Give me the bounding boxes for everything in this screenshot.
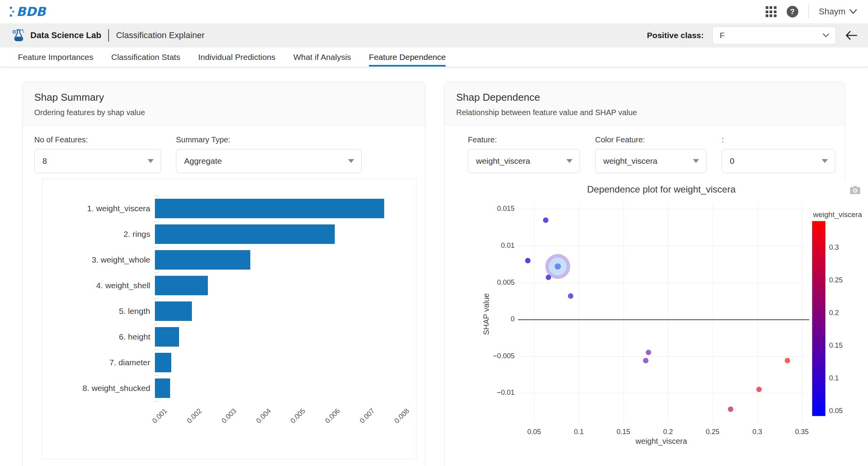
feature-control: Feature: weight_viscera: [468, 135, 580, 173]
bar-rows: 1. weight_viscera2. rings3. weight_whole…: [42, 196, 412, 401]
scatter-point[interactable]: [543, 217, 548, 223]
shap-summary-controls: No of Features: 8 Summary Type: Aggregat…: [23, 125, 425, 173]
feature-select[interactable]: weight_viscera: [468, 149, 580, 173]
x-tick-label: 0.15: [610, 428, 637, 436]
y-tick-label: −0.005: [487, 352, 515, 360]
scatter-point[interactable]: [646, 350, 651, 355]
category-tick-mark: [155, 298, 159, 299]
x-tick-label: 0.002: [185, 407, 204, 425]
index-value: 0: [730, 156, 734, 166]
summary-type-label: Summary Type:: [176, 135, 362, 144]
x-tick-label: 0.25: [699, 428, 726, 436]
scatter-point[interactable]: [728, 406, 733, 412]
caret-down-icon: [566, 159, 573, 163]
positive-class-value: F: [720, 31, 725, 40]
bar-track: [155, 327, 412, 347]
x-tick-label: 0.006: [324, 407, 342, 425]
color-feature-select[interactable]: weight_viscera: [595, 149, 706, 173]
bar-row: 8. weight_shucked: [42, 375, 412, 401]
help-icon[interactable]: ?: [787, 6, 798, 18]
colorbar-gradient: [812, 221, 825, 416]
tab-feature-importances[interactable]: Feature Importances: [18, 47, 93, 67]
bar-x-axis: 0.0010.0020.0030.0040.0050.0060.0070.008: [160, 404, 412, 439]
index-select[interactable]: 0: [722, 149, 835, 173]
colorbar-tick-label: 0.05: [829, 407, 843, 415]
y-tick-label: 0.01: [487, 242, 515, 250]
topbar-divider: [808, 5, 809, 19]
bar[interactable]: [155, 224, 335, 244]
category-tick-mark: [155, 324, 159, 324]
dependence-plot-title: Dependence plot for weight_viscera: [518, 184, 805, 195]
index-label: :: [722, 135, 835, 144]
apps-grid-icon[interactable]: [766, 6, 777, 17]
colorbar-title: weight_viscera: [813, 210, 862, 219]
positive-class-select[interactable]: F: [712, 26, 836, 44]
y-tick-label: 0.015: [487, 205, 515, 213]
bar[interactable]: [155, 301, 192, 321]
bar[interactable]: [155, 353, 171, 372]
caret-down-icon: [822, 159, 828, 163]
scatter-point[interactable]: [785, 358, 790, 363]
category-tick-mark: [155, 401, 159, 401]
bar-row: 7. diameter: [42, 350, 412, 375]
summary-type-select[interactable]: Aggregate: [176, 149, 362, 173]
shap-dependence-title: Shap Dependence: [456, 91, 833, 103]
shap-summary-subtitle: Ordering features by shap value: [34, 108, 413, 117]
bar-row: 5. length: [42, 298, 412, 324]
subheader-bar: Data Science Lab Classification Explaine…: [0, 23, 868, 47]
category-label: 5. length: [42, 307, 155, 316]
gridline-y: [518, 356, 805, 357]
bar[interactable]: [155, 276, 208, 295]
category-tick-mark: [155, 375, 159, 376]
y-tick-label: 0.005: [487, 279, 515, 287]
bar-track: [155, 276, 412, 295]
highlight-inner-ring: [549, 258, 567, 275]
bar[interactable]: [155, 327, 179, 347]
colorbar-tick-label: 0.1: [829, 374, 839, 382]
no-of-features-select[interactable]: 8: [34, 149, 161, 173]
subheader-right: Positive class: F: [647, 26, 858, 44]
x-tick-label: 0.003: [220, 407, 238, 425]
gridline-y: [518, 283, 805, 283]
category-tick-mark: [155, 196, 159, 196]
scatter-point[interactable]: [546, 275, 551, 280]
bar-row: 6. height: [42, 324, 412, 350]
scatter-point[interactable]: [756, 387, 762, 392]
tab-individual-predictions[interactable]: Individual Predictions: [198, 47, 275, 67]
colorbar-tick-label: 0.25: [829, 276, 843, 284]
category-label: 4. weight_shell: [42, 281, 155, 290]
index-control: : 0: [722, 135, 835, 173]
x-tick-label: 0.004: [255, 407, 273, 425]
caret-down-icon: [148, 159, 154, 163]
shap-summary-header: Shap Summary Ordering features by shap v…: [23, 82, 425, 125]
caret-down-icon: [693, 159, 699, 163]
no-of-features-label: No of Features:: [34, 135, 161, 144]
scatter-point[interactable]: [643, 358, 648, 363]
scatter-point[interactable]: [525, 258, 531, 263]
x-tick-label: 0.1: [565, 428, 592, 436]
bar-track: [155, 301, 412, 321]
gridline-y: [518, 209, 805, 209]
tab-classification-stats[interactable]: Classification Stats: [111, 47, 180, 67]
camera-download-icon[interactable]: [850, 186, 861, 195]
top-bar: BDB ? Shaym: [0, 0, 868, 23]
bar[interactable]: [155, 378, 170, 398]
dependence-plot-area: Dependence plot for weight_viscera SHAP …: [445, 179, 867, 466]
logo-text: BDB: [16, 4, 47, 19]
category-label: 7. diameter: [42, 358, 155, 367]
bar[interactable]: [155, 199, 384, 218]
colorbar-tick-label: 0.2: [829, 309, 839, 317]
tab-what-if-analysis[interactable]: What if Analysis: [293, 47, 351, 67]
gridline-x: [668, 205, 668, 422]
title-separator: [108, 29, 109, 42]
bar[interactable]: [155, 250, 250, 270]
bar-row: 1. weight_viscera: [42, 196, 412, 221]
feature-label: Feature:: [468, 135, 580, 144]
scatter-point[interactable]: [568, 293, 573, 299]
user-menu[interactable]: Shaym: [819, 7, 857, 17]
shap-dependence-controls: Feature: weight_viscera Color Feature: w…: [445, 125, 845, 173]
colorbar-tick-label: 0.3: [829, 244, 839, 252]
bdb-logo[interactable]: BDB: [8, 3, 54, 20]
back-arrow-icon[interactable]: [845, 30, 858, 41]
tab-feature-dependence[interactable]: Feature Dependence: [369, 47, 446, 67]
